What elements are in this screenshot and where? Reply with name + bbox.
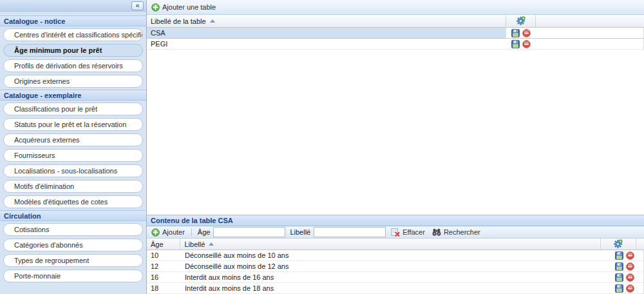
sidebar-item-label: Classifications pour le prêt — [14, 105, 97, 113]
age-value: 18 — [151, 284, 158, 292]
gear-icon — [613, 239, 623, 249]
sidebar-section: Catalogue - notice Centres d'intérêt et … — [0, 15, 146, 90]
tables-grid-header: Libellé de la table — [147, 15, 644, 28]
sort-asc-icon — [209, 242, 214, 246]
content-row[interactable]: 18 Interdit aux moins de 18 ans — [147, 283, 644, 294]
table-name: CSA — [151, 29, 166, 37]
delete-icon[interactable] — [626, 284, 634, 293]
column-header-libelle[interactable]: Libellé — [180, 239, 600, 250]
delete-icon[interactable] — [522, 29, 531, 37]
save-icon[interactable] — [615, 251, 623, 260]
sidebar-item-label: Âge minimum pour le prêt — [14, 46, 102, 54]
table-row[interactable]: PEGI — [147, 39, 644, 50]
tables-toolbar: Ajouter une table — [147, 0, 644, 15]
sidebar-item-label: Types de regroupement — [14, 257, 89, 264]
libelle-value: Déconseillé aux moins de 10 ans — [185, 251, 289, 259]
sidebar-item[interactable]: Cotisations — [3, 223, 143, 236]
sidebar-item[interactable]: Acquéreurs externes — [3, 133, 143, 146]
empty-area — [147, 50, 644, 215]
content-toolbar: Ajouter Âge Libellé Effacer — [147, 226, 644, 239]
app: « Catalogue - notice Centres d'intérêt e… — [0, 0, 644, 294]
toolbar-separator — [191, 228, 192, 236]
sidebar-section: Catalogue - exemplaire Classifications p… — [0, 90, 146, 210]
sidebar-section-title: Circulation — [4, 212, 41, 220]
delete-icon[interactable] — [626, 273, 634, 282]
save-icon[interactable] — [615, 262, 623, 271]
libelle-value: Interdit aux moins de 16 ans — [185, 273, 274, 281]
add-table-label: Ajouter une table — [162, 3, 216, 11]
sidebar-item-label: Statuts pour le prêt et la réservation — [14, 121, 126, 128]
sidebar-section-header: Catalogue - notice — [0, 15, 146, 26]
libelle-value: Interdit aux moins de 18 ans — [185, 284, 274, 292]
sidebar-collapse-button[interactable]: « — [131, 1, 144, 10]
content-panel-title: Contenu de la table CSA — [151, 217, 233, 224]
sidebar-section-header: Circulation — [0, 210, 146, 221]
sidebar-item[interactable]: Origines externes — [3, 75, 143, 88]
age-filter-input[interactable] — [213, 227, 285, 237]
sidebar-item-label: Modèles d'étiquettes de cotes — [14, 198, 108, 206]
add-entry-button[interactable]: Ajouter — [149, 228, 187, 237]
sidebar-item-label: Profils de dérivation des réservoirs — [14, 62, 123, 70]
content-row[interactable]: 16 Interdit aux moins de 16 ans — [147, 272, 644, 283]
sidebar-section-title: Catalogue - notice — [4, 17, 65, 25]
age-value: 10 — [151, 251, 158, 259]
column-header-actions[interactable] — [601, 239, 636, 250]
sidebar-item-label: Fournisseurs — [14, 152, 55, 159]
table-name: PEGI — [151, 40, 167, 48]
column-header-filler — [536, 15, 644, 27]
column-header-libelle-table[interactable]: Libellé de la table — [147, 15, 506, 27]
save-icon[interactable] — [511, 40, 520, 48]
age-filter-label: Âge — [198, 228, 211, 236]
sidebar-item-label: Catégories d'abonnés — [14, 241, 83, 249]
sidebar-item[interactable]: Fournisseurs — [3, 149, 143, 162]
sidebar-item[interactable]: Modèles d'étiquettes de cotes — [3, 195, 143, 208]
add-entry-label: Ajouter — [162, 228, 185, 236]
content-row[interactable]: 10 Déconseillé aux moins de 10 ans — [147, 250, 644, 261]
sidebar-section-title: Catalogue - exemplaire — [4, 92, 81, 99]
libelle-value: Déconseillé aux moins de 12 ans — [185, 262, 289, 270]
gear-icon — [516, 16, 526, 26]
add-icon — [151, 228, 160, 237]
save-icon[interactable] — [615, 273, 623, 282]
sidebar-item[interactable]: Catégories d'abonnés — [3, 239, 143, 251]
add-table-button[interactable]: Ajouter une table — [149, 3, 218, 12]
sort-asc-icon — [210, 19, 215, 23]
delete-icon[interactable] — [626, 251, 634, 260]
clear-icon — [391, 228, 400, 237]
sidebar-item[interactable]: Profils de dérivation des réservoirs — [3, 59, 143, 72]
save-icon[interactable] — [511, 29, 520, 37]
sidebar-item[interactable]: Statuts pour le prêt et la réservation — [3, 118, 143, 131]
delete-icon[interactable] — [522, 40, 531, 48]
column-header-filler — [636, 239, 644, 250]
libelle-filter-input[interactable] — [314, 227, 386, 237]
clear-label: Effacer — [402, 228, 425, 236]
table-row[interactable]: CSA — [147, 28, 644, 39]
content-panel-header: Contenu de la table CSA — [147, 215, 644, 226]
save-icon[interactable] — [615, 284, 623, 293]
sidebar-item[interactable]: Âge minimum pour le prêt — [3, 44, 143, 57]
add-icon — [151, 3, 160, 12]
sidebar-item-label: Cotisations — [14, 226, 49, 233]
sidebar-item[interactable]: Porte-monnaie — [3, 270, 143, 282]
sidebar-item[interactable]: Motifs d'élimination — [3, 180, 143, 193]
delete-icon[interactable] — [626, 262, 634, 271]
column-header-age[interactable]: Âge — [147, 239, 180, 250]
content-grid-body: 10 Déconseillé aux moins de 10 ans 12 Dé… — [147, 250, 644, 294]
sidebar-item-label: Localisations - sous-localisations — [14, 167, 117, 175]
sidebar-item[interactable]: Localisations - sous-localisations — [3, 164, 143, 177]
sidebar-item[interactable]: Classifications pour le prêt — [3, 103, 143, 115]
sidebar-item-label: Motifs d'élimination — [14, 182, 74, 190]
tables-grid-body: CSA PEGI — [147, 28, 644, 50]
binoculars-icon — [432, 228, 441, 237]
clear-button[interactable]: Effacer — [389, 227, 427, 237]
sidebar-section-header: Catalogue - exemplaire — [0, 90, 146, 101]
column-header-actions[interactable] — [506, 15, 536, 27]
content-row[interactable]: 12 Déconseillé aux moins de 12 ans — [147, 261, 644, 272]
libelle-filter-label: Libellé — [290, 228, 310, 236]
sidebar-item[interactable]: Types de regroupement — [3, 254, 143, 267]
search-button[interactable]: Rechercher — [430, 227, 482, 237]
sidebar: « Catalogue - notice Centres d'intérêt e… — [0, 0, 147, 294]
sidebar-topbar: « — [0, 0, 146, 12]
content-grid-header: Âge Libellé — [147, 239, 644, 250]
sidebar-item[interactable]: Centres d'intérêt et classifications spé… — [3, 28, 143, 41]
